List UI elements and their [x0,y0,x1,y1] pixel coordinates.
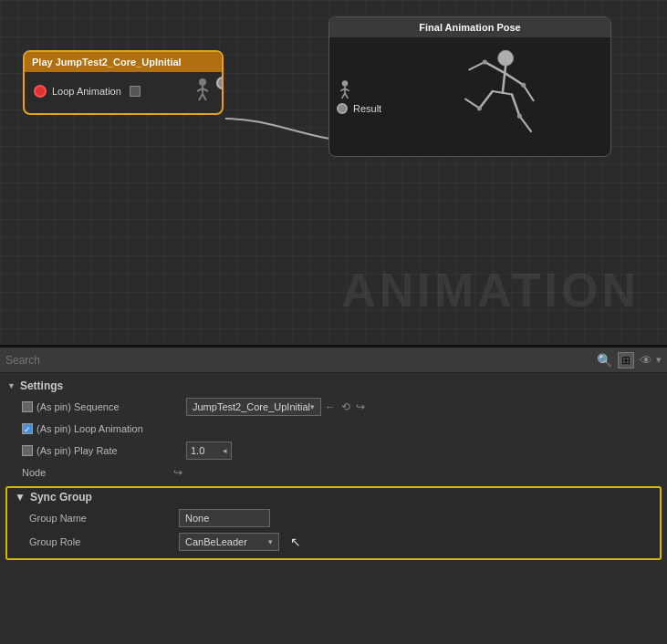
cursor-hint: ↖ [290,535,301,549]
search-bar: 🔍 ⊞ 👁 ▾ [0,348,667,373]
loop-animation-label: (As pin) Loop Animation [36,423,182,434]
sequence-label: (As pin) Sequence [36,401,182,412]
properties-panel: 🔍 ⊞ 👁 ▾ ▼ Settings (As pin) Sequence Jum… [0,347,667,644]
group-name-input[interactable]: None [179,509,270,527]
svg-line-21 [465,99,479,109]
svg-line-16 [505,74,523,86]
dropdown-arrow-icon: ▾ [310,402,315,411]
node-final[interactable]: Final Animation Pose Result [328,16,611,157]
svg-line-17 [523,85,533,100]
group-name-label: Group Name [29,513,175,524]
animation-canvas: ANIMATION Play JumpTest2_Core_UpInitial … [0,0,667,347]
animation-watermark: ANIMATION [341,263,640,317]
result-pin-dot [337,103,348,114]
arrow-left-icon[interactable]: ← [323,400,338,413]
sequence-checkbox[interactable] [22,401,33,412]
svg-line-20 [479,91,492,109]
search-button[interactable]: 🔍 [595,353,614,368]
node-play-header: Play JumpTest2_Core_UpInitial [25,52,222,72]
node-row: Node ↪ [0,462,667,483]
result-side: Result [337,79,381,114]
play-rate-checkbox[interactable] [22,445,33,456]
svg-line-15 [469,62,485,69]
group-name-value: None [185,513,209,524]
svg-line-4 [199,94,203,100]
svg-point-26 [476,106,481,110]
node-final-header: Final Animation Pose [329,17,610,37]
sequence-value: JumpTest2_Core_UpInitial [193,401,310,412]
svg-point-12 [497,50,513,66]
settings-triangle: ▼ [7,381,16,390]
loop-label: Loop Animation [52,86,121,97]
group-role-dropdown[interactable]: CanBeLeader ▾ [179,533,279,551]
play-rate-label: (As pin) Play Rate [36,445,182,456]
svg-point-24 [482,59,486,64]
settings-label: Settings [20,379,63,392]
svg-line-10 [342,93,345,99]
sequence-dropdown: JumpTest2_Core_UpInitial ▾ ← ⟲ ↪ [186,398,367,416]
play-rate-input[interactable]: 1.0 ◂ [186,441,232,460]
node-final-body: Result [329,37,610,156]
svg-point-25 [521,83,526,88]
svg-line-5 [203,94,206,100]
skeleton-figure [446,47,547,147]
grid-view-button[interactable]: ⊞ [618,352,634,369]
svg-line-18 [492,91,502,93]
sync-group-triangle: ▼ [15,491,26,504]
svg-line-13 [502,66,505,93]
play-rate-row: (As pin) Play Rate 1.0 ◂ [0,439,667,462]
node-play-body: Loop Animation [25,72,222,113]
group-role-arrow-icon: ▾ [268,537,273,546]
result-label: Result [353,103,381,114]
checkmark-icon: ✓ [23,424,32,435]
loop-animation-checkbox[interactable]: ✓ [22,423,33,434]
group-role-label: Group Role [29,536,175,547]
group-role-row: Group Role CanBeLeader ▾ ↖ [7,530,660,558]
svg-line-19 [502,93,511,95]
play-rate-value: 1.0 [191,445,204,456]
sync-group-section: ▼ Sync Group Group Name None Group Role … [5,486,662,560]
panel-content: ▼ Settings (As pin) Sequence JumpTest2_C… [0,373,667,644]
svg-line-23 [519,116,531,131]
loop-checkbox[interactable] [130,86,141,97]
sync-group-label: Sync Group [30,491,92,504]
search-input[interactable] [5,354,591,367]
output-pin [216,77,224,89]
loop-dot [34,85,47,98]
settings-section-header[interactable]: ▼ Settings [0,377,667,395]
svg-point-0 [199,78,206,86]
svg-line-11 [345,93,348,99]
node-nav-icon[interactable]: ↪ [172,466,184,479]
sequence-dropdown-box[interactable]: JumpTest2_Core_UpInitial ▾ [186,398,321,416]
person-icon [193,78,213,104]
eye-button[interactable]: 👁 [640,353,652,368]
eye-dropdown[interactable]: ▾ [656,354,662,366]
svg-line-22 [512,94,519,116]
loop-animation-row: ✓ (As pin) Loop Animation [0,419,667,439]
grid-icon: ⊞ [621,354,631,367]
svg-point-6 [342,80,349,87]
group-role-value: CanBeLeader [185,536,247,547]
number-arrow-icon: ◂ [223,446,227,455]
reset-icon[interactable]: ⟲ [339,400,352,413]
result-pin: Result [337,103,381,114]
sequence-row: (As pin) Sequence JumpTest2_Core_UpIniti… [0,395,667,419]
group-name-row: Group Name None [7,506,660,530]
node-label: Node [22,467,168,478]
sync-group-header[interactable]: ▼ Sync Group [7,488,660,506]
svg-point-27 [516,114,521,119]
skeleton-area [389,47,603,147]
node-play[interactable]: Play JumpTest2_Core_UpInitial Loop Anima… [23,50,224,115]
nav-icon[interactable]: ↪ [354,400,367,413]
